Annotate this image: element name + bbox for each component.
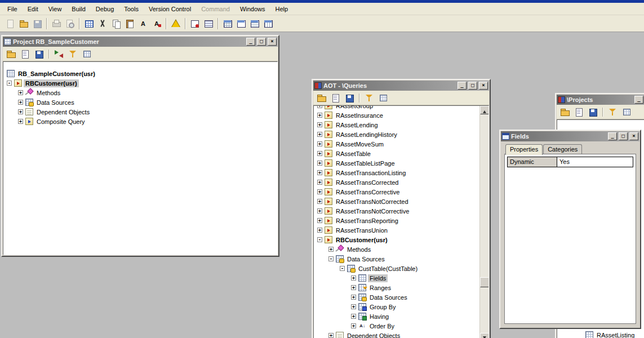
fields-window-titlebar[interactable]: Fields _ □ × xyxy=(501,131,639,141)
tree-item-label[interactable]: Ranges xyxy=(368,284,393,292)
expand-toggle[interactable]: + xyxy=(317,180,322,185)
minimize-button[interactable]: _ xyxy=(608,132,617,140)
tree-item-label[interactable]: Methods xyxy=(35,89,62,97)
tree-item-label[interactable]: RAssetInsurance xyxy=(334,112,385,119)
expand-toggle[interactable]: - xyxy=(340,266,345,271)
copy-button[interactable] xyxy=(109,17,123,30)
tab-categories[interactable]: Categories xyxy=(543,144,582,154)
menu-version-control[interactable]: Version Control xyxy=(144,4,196,14)
maximize-button[interactable]: □ xyxy=(468,82,477,90)
open-button[interactable] xyxy=(5,48,17,60)
tree-item-label[interactable]: Fields xyxy=(368,274,388,282)
tree-item-label[interactable]: Data Sources xyxy=(345,255,387,263)
tree-item-label[interactable]: RB_SampleCustomer(usr) xyxy=(16,70,97,78)
maximize-button[interactable]: □ xyxy=(619,132,628,140)
expand-toggle[interactable]: + xyxy=(351,314,356,319)
close-button[interactable]: × xyxy=(479,82,488,90)
menu-help[interactable]: Help xyxy=(270,4,294,14)
minimize-button[interactable]: _ xyxy=(634,96,643,104)
open-button[interactable] xyxy=(559,106,571,118)
window-grid-button[interactable] xyxy=(221,17,234,30)
tree-item-label[interactable]: RAssetTable xyxy=(334,150,372,158)
expand-toggle[interactable]: + xyxy=(317,151,322,156)
expand-toggle[interactable]: + xyxy=(18,119,23,124)
tree-item-label[interactable]: Data Sources xyxy=(35,99,76,106)
tree-item-label[interactable]: RAssetLending xyxy=(334,121,380,129)
tree-item-label[interactable]: Order By xyxy=(368,322,396,330)
expand-toggle[interactable]: - xyxy=(317,237,322,242)
scroll-up-button[interactable] xyxy=(480,106,489,114)
expand-toggle[interactable]: + xyxy=(328,247,334,252)
expand-toggle[interactable]: + xyxy=(317,105,322,108)
compare-button[interactable] xyxy=(53,48,65,60)
output-button[interactable] xyxy=(202,17,215,30)
expand-toggle[interactable]: + xyxy=(351,295,356,300)
tab-properties[interactable]: Properties xyxy=(505,144,543,155)
tree-item-label[interactable]: RAssetMoveSum xyxy=(334,140,385,148)
menu-build[interactable]: Build xyxy=(66,4,90,14)
table-browser-button[interactable] xyxy=(82,17,96,30)
scroll-down-button[interactable] xyxy=(480,333,489,338)
tree-item-label[interactable]: RAssetTransCorrected xyxy=(334,179,400,186)
menu-file[interactable]: File xyxy=(2,4,23,14)
tree-item-label[interactable]: Having xyxy=(368,313,390,321)
expand-toggle[interactable]: + xyxy=(317,170,322,175)
tree-item-label[interactable]: Composite Query xyxy=(35,118,87,126)
scroll-thumb[interactable] xyxy=(480,277,489,287)
tree-item-label[interactable]: Data Sources xyxy=(368,293,409,301)
debug-button[interactable] xyxy=(188,17,202,30)
properties-button[interactable] xyxy=(573,106,585,118)
cut-button[interactable] xyxy=(96,17,109,30)
vertical-scrollbar[interactable] xyxy=(479,106,488,338)
find-button[interactable]: A xyxy=(136,17,150,30)
aot-window-titlebar[interactable]: AOT - \Queries _ □ × xyxy=(313,81,489,91)
tree-item-label[interactable]: RAssetTransReporting xyxy=(334,217,400,225)
tree-item-label[interactable]: Group By xyxy=(368,303,397,311)
properties-button[interactable] xyxy=(19,48,31,60)
expand-toggle[interactable]: + xyxy=(18,109,23,114)
open-button[interactable] xyxy=(17,17,30,30)
expand-toggle[interactable]: + xyxy=(317,122,322,127)
expand-toggle[interactable]: + xyxy=(18,100,23,105)
expand-toggle[interactable]: + xyxy=(328,333,334,338)
expand-toggle[interactable]: - xyxy=(7,81,12,86)
menu-edit[interactable]: Edit xyxy=(23,4,43,14)
project-window-titlebar[interactable]: Project RB_SampleCustomer _ □ × xyxy=(3,37,278,47)
tree-item-label[interactable]: Methods xyxy=(345,246,372,254)
save-button[interactable] xyxy=(33,48,45,60)
menu-windows[interactable]: Windows xyxy=(235,4,270,14)
close-button[interactable]: × xyxy=(268,38,277,46)
expand-toggle[interactable]: + xyxy=(317,161,322,166)
paste-button[interactable] xyxy=(123,17,136,30)
window-list-button[interactable] xyxy=(248,17,261,30)
tree-item-label[interactable]: RAssetTransactionListing xyxy=(334,169,407,177)
tree-item-label[interactable]: Dependent Objects xyxy=(345,332,402,338)
tree-item-label[interactable]: RAssetLendingHistory xyxy=(334,131,399,139)
filter-button[interactable] xyxy=(67,48,79,60)
tree-item-label[interactable]: RAssetTransUnion xyxy=(334,226,389,234)
minimize-button[interactable]: _ xyxy=(246,38,255,46)
expand-toggle[interactable]: + xyxy=(317,199,322,204)
expand-toggle[interactable]: + xyxy=(317,141,322,146)
property-value[interactable]: Yes xyxy=(557,157,633,167)
close-button[interactable]: × xyxy=(629,132,638,140)
menu-tools[interactable]: Tools xyxy=(119,4,144,14)
expand-toggle[interactable]: + xyxy=(317,113,322,118)
replace-button[interactable]: A xyxy=(150,17,163,30)
projects-window-titlebar[interactable]: \Projects _ □ × xyxy=(557,95,644,105)
expand-toggle[interactable]: + xyxy=(317,218,322,223)
tree-item-label[interactable]: RAssetTableListPage xyxy=(334,159,397,167)
expand-toggle[interactable]: + xyxy=(351,275,356,281)
minimize-button[interactable]: _ xyxy=(458,82,467,90)
maximize-button[interactable]: □ xyxy=(257,38,266,46)
grid-view-button[interactable] xyxy=(377,92,389,104)
tree-item-label[interactable]: RAssetTransNotCorrective xyxy=(334,207,411,215)
tree-item-label[interactable]: RAssetTransNotCorrected xyxy=(334,198,410,206)
tree-item-label[interactable]: RAssetTransCorrective xyxy=(334,188,401,196)
expand-toggle[interactable]: + xyxy=(317,132,322,137)
save-button[interactable] xyxy=(344,92,356,104)
expand-toggle[interactable]: + xyxy=(351,323,356,328)
window-columns-button[interactable] xyxy=(261,17,275,30)
compile-button[interactable] xyxy=(169,17,183,30)
tree-item-label[interactable]: RAssetGroup xyxy=(334,105,375,110)
